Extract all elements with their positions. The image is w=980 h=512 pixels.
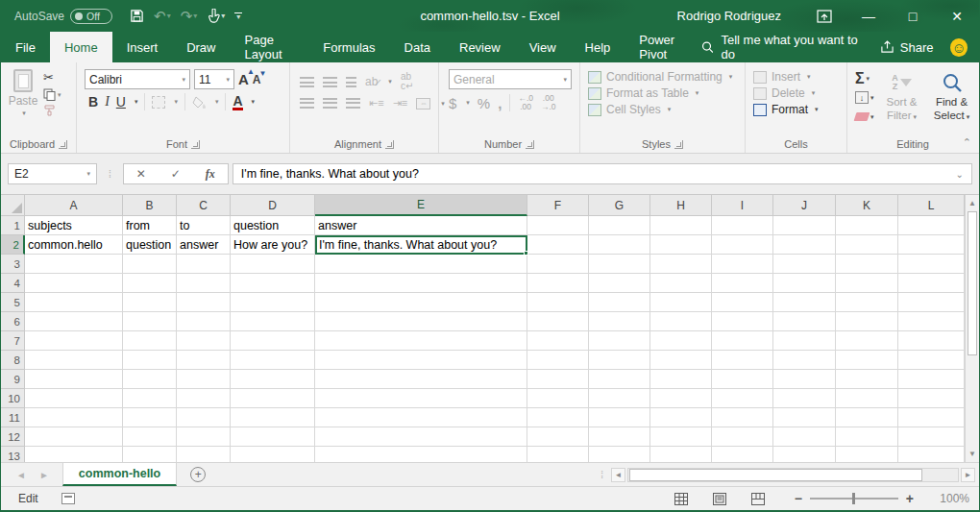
fill-color-icon[interactable] [192,96,207,109]
shrink-font-icon[interactable]: A▼ [253,73,261,86]
cell-G1[interactable] [589,216,650,235]
column-header-C[interactable]: C [177,195,231,216]
cell-A8[interactable] [25,351,123,370]
formula-bar-splitter[interactable]: ⁞ [109,169,111,180]
cell-G13[interactable] [589,447,650,462]
zoom-level[interactable]: 100% [923,492,969,505]
cell-J1[interactable] [773,216,836,235]
cell-F10[interactable] [527,389,589,408]
font-name-combo[interactable]: Calibri▾ [85,69,190,89]
column-header-F[interactable]: F [527,195,589,216]
cell-A2[interactable]: common.hello [25,235,123,255]
column-header-G[interactable]: G [589,195,650,216]
tab-home[interactable]: Home [50,32,112,62]
cell-F2[interactable] [527,235,589,255]
ribbon-display-options-icon[interactable] [802,0,846,32]
row-header-9[interactable]: 9 [1,370,25,389]
sheet-tab-common-hello[interactable]: common-hello [62,463,177,486]
tab-file[interactable]: File [1,32,50,62]
cell-I11[interactable] [712,408,773,427]
row-header-3[interactable]: 3 [1,255,25,274]
cell-D7[interactable] [231,331,315,351]
cell-K5[interactable] [836,293,898,312]
cell-L5[interactable] [898,293,965,312]
cell-L3[interactable] [898,255,965,274]
cell-I3[interactable] [712,255,773,274]
row-header-1[interactable]: 1 [1,216,25,235]
cell-G9[interactable] [589,370,650,389]
cell-A11[interactable] [25,408,123,427]
currency-icon[interactable]: $ [449,95,456,111]
autosum-button[interactable]: Σ▾ [855,70,874,86]
row-header-7[interactable]: 7 [1,331,25,351]
cell-I8[interactable] [712,351,773,370]
cell-H1[interactable] [650,216,712,235]
cell-C1[interactable]: to [177,216,231,235]
cell-I13[interactable] [712,447,773,462]
cell-H5[interactable] [650,293,712,312]
cell-K3[interactable] [836,255,898,274]
bold-icon[interactable]: B [88,94,98,110]
scroll-down-icon[interactable]: ▼ [966,446,979,462]
cell-D3[interactable] [231,255,315,274]
cell-L9[interactable] [898,370,965,389]
copy-button[interactable]: ▾ [43,88,61,101]
cell-D11[interactable] [231,408,315,427]
cell-E12[interactable] [315,427,527,447]
cell-L4[interactable] [898,274,965,293]
number-dialog-launcher[interactable] [526,140,534,149]
scroll-up-icon[interactable]: ▲ [966,195,979,211]
cell-K8[interactable] [836,351,898,370]
zoom-in-icon[interactable]: + [906,491,914,506]
zoom-slider[interactable] [810,498,898,500]
next-sheet-icon[interactable]: ► [39,470,49,480]
cell-L6[interactable] [898,312,965,331]
cell-F8[interactable] [527,351,589,370]
tell-me-search[interactable]: Tell me what you want to do [701,33,863,61]
align-bottom-icon[interactable] [346,77,356,87]
page-break-preview-icon[interactable] [739,493,777,505]
cell-H7[interactable] [650,331,712,351]
format-as-table-button[interactable]: Format as Table▾ [588,86,732,100]
wrap-text-icon[interactable]: abc↵ [401,72,413,91]
save-icon[interactable] [130,9,144,23]
grow-font-icon[interactable]: A▲ [238,71,249,87]
find-select-button[interactable]: Find & Select▾ [930,68,974,125]
zoom-slider-thumb[interactable] [852,493,855,504]
delete-cells-button[interactable]: Delete▾ [753,86,819,100]
cell-F6[interactable] [527,312,589,331]
cell-G8[interactable] [589,351,650,370]
fill-handle[interactable] [524,251,528,256]
cell-A1[interactable]: subjects [25,216,123,235]
cell-E4[interactable] [315,274,527,293]
cell-I4[interactable] [712,274,773,293]
horizontal-scroll-thumb[interactable] [629,469,922,481]
cell-K7[interactable] [836,331,898,351]
tab-page-layout[interactable]: Page Layout [231,32,309,62]
cell-J12[interactable] [773,427,836,447]
cell-A10[interactable] [25,389,123,408]
cell-styles-button[interactable]: Cell Styles▾ [588,103,732,116]
formula-input[interactable]: I'm fine, thanks. What about you? ⌄ [233,163,972,184]
cell-D13[interactable] [231,447,315,462]
cell-H6[interactable] [650,312,712,331]
macro-record-icon[interactable] [61,493,75,504]
cell-A3[interactable] [25,255,123,274]
cut-button[interactable]: ✂ [43,70,61,85]
tab-insert[interactable]: Insert [112,32,173,62]
cell-G5[interactable] [589,293,650,312]
cell-E7[interactable] [315,331,527,351]
underline-icon[interactable]: U [116,94,126,110]
horizontal-scroll-track[interactable] [627,468,959,482]
horizontal-scrollbar[interactable]: ◄ ► [611,463,979,486]
cell-L1[interactable] [898,216,965,235]
format-painter-button[interactable] [43,105,61,116]
cell-F4[interactable] [527,274,589,293]
cell-B7[interactable] [123,331,177,351]
align-middle-icon[interactable] [323,77,337,87]
cell-G11[interactable] [589,408,650,427]
align-right-icon[interactable] [346,98,360,109]
row-header-8[interactable]: 8 [1,351,25,370]
merge-center-icon[interactable]: ⇔ [416,98,430,110]
cell-K9[interactable] [836,370,898,389]
